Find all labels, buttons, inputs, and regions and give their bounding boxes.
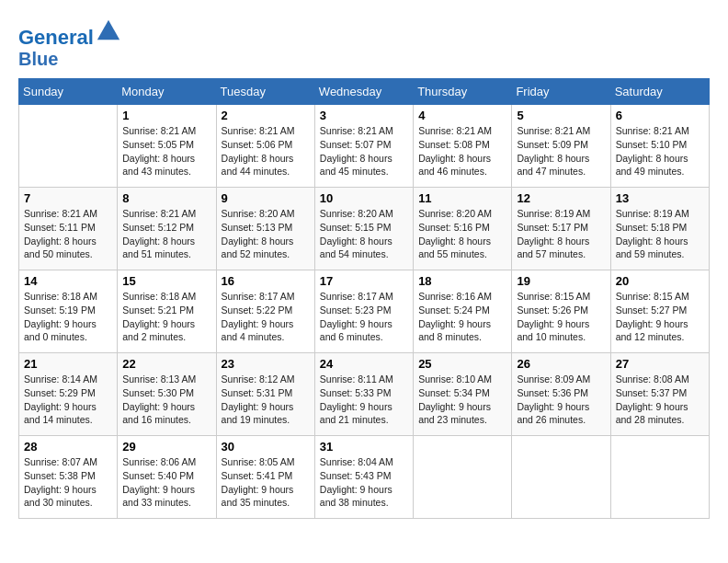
weekday-header-monday: Monday: [118, 79, 216, 105]
calendar-cell: [512, 436, 610, 519]
calendar-cell: 17Sunrise: 8:17 AMSunset: 5:23 PMDayligh…: [314, 270, 413, 353]
weekday-header-thursday: Thursday: [414, 79, 512, 105]
day-number: 22: [122, 357, 210, 371]
weekday-header-friday: Friday: [512, 79, 610, 105]
week-row-3: 14Sunrise: 8:18 AMSunset: 5:19 PMDayligh…: [19, 270, 710, 353]
day-info: Sunrise: 8:21 AMSunset: 5:11 PMDaylight:…: [24, 207, 112, 261]
logo: General Blue: [18, 18, 121, 69]
calendar-cell: 9Sunrise: 8:20 AMSunset: 5:13 PMDaylight…: [216, 188, 314, 270]
day-number: 1: [122, 109, 210, 122]
day-number: 16: [222, 274, 310, 288]
day-number: 9: [222, 191, 310, 205]
day-info: Sunrise: 8:19 AMSunset: 5:17 PMDaylight:…: [517, 207, 605, 261]
day-info: Sunrise: 8:18 AMSunset: 5:19 PMDaylight:…: [24, 290, 112, 344]
day-info: Sunrise: 8:17 AMSunset: 5:22 PMDaylight:…: [222, 290, 310, 344]
day-info: Sunrise: 8:21 AMSunset: 5:08 PMDaylight:…: [418, 124, 506, 178]
day-number: 20: [616, 274, 704, 288]
calendar-cell: 18Sunrise: 8:16 AMSunset: 5:24 PMDayligh…: [414, 270, 512, 353]
day-number: 6: [616, 109, 704, 122]
day-number: 17: [320, 274, 408, 288]
weekday-header-saturday: Saturday: [610, 79, 709, 105]
calendar-cell: 12Sunrise: 8:19 AMSunset: 5:17 PMDayligh…: [512, 188, 610, 270]
calendar-cell: 20Sunrise: 8:15 AMSunset: 5:27 PMDayligh…: [610, 270, 709, 353]
logo-icon: [96, 18, 121, 44]
day-info: Sunrise: 8:17 AMSunset: 5:23 PMDaylight:…: [320, 290, 408, 344]
day-number: 26: [517, 357, 605, 371]
day-info: Sunrise: 8:19 AMSunset: 5:18 PMDaylight:…: [616, 207, 704, 261]
day-info: Sunrise: 8:08 AMSunset: 5:37 PMDaylight:…: [616, 373, 704, 427]
day-number: 2: [222, 109, 310, 122]
day-info: Sunrise: 8:05 AMSunset: 5:41 PMDaylight:…: [222, 455, 310, 510]
calendar-cell: 22Sunrise: 8:13 AMSunset: 5:30 PMDayligh…: [118, 353, 216, 436]
day-info: Sunrise: 8:21 AMSunset: 5:07 PMDaylight:…: [320, 124, 408, 178]
calendar-table: SundayMondayTuesdayWednesdayThursdayFrid…: [18, 78, 710, 519]
day-info: Sunrise: 8:20 AMSunset: 5:16 PMDaylight:…: [418, 207, 506, 261]
calendar-cell: 30Sunrise: 8:05 AMSunset: 5:41 PMDayligh…: [216, 436, 314, 519]
day-info: Sunrise: 8:07 AMSunset: 5:38 PMDaylight:…: [24, 455, 112, 510]
logo-general: General: [18, 26, 94, 49]
page-header: General Blue: [18, 18, 710, 69]
calendar-cell: 31Sunrise: 8:04 AMSunset: 5:43 PMDayligh…: [314, 436, 413, 519]
day-info: Sunrise: 8:20 AMSunset: 5:15 PMDaylight:…: [320, 207, 408, 261]
week-row-2: 7Sunrise: 8:21 AMSunset: 5:11 PMDaylight…: [19, 188, 710, 270]
day-number: 15: [122, 274, 210, 288]
day-number: 31: [320, 440, 408, 454]
day-number: 13: [616, 191, 704, 205]
day-number: 21: [24, 357, 112, 371]
calendar-cell: 14Sunrise: 8:18 AMSunset: 5:19 PMDayligh…: [19, 270, 118, 353]
day-number: 23: [222, 357, 310, 371]
calendar-cell: 10Sunrise: 8:20 AMSunset: 5:15 PMDayligh…: [314, 188, 413, 270]
day-info: Sunrise: 8:15 AMSunset: 5:26 PMDaylight:…: [517, 290, 605, 344]
day-number: 18: [418, 274, 506, 288]
day-info: Sunrise: 8:21 AMSunset: 5:10 PMDaylight:…: [616, 124, 704, 178]
day-info: Sunrise: 8:21 AMSunset: 5:06 PMDaylight:…: [222, 124, 310, 178]
calendar-cell: 26Sunrise: 8:09 AMSunset: 5:36 PMDayligh…: [512, 353, 610, 436]
calendar-cell: 4Sunrise: 8:21 AMSunset: 5:08 PMDaylight…: [414, 105, 512, 188]
day-info: Sunrise: 8:21 AMSunset: 5:05 PMDaylight:…: [122, 124, 210, 178]
day-number: 25: [418, 357, 506, 371]
calendar-cell: 29Sunrise: 8:06 AMSunset: 5:40 PMDayligh…: [118, 436, 216, 519]
week-row-4: 21Sunrise: 8:14 AMSunset: 5:29 PMDayligh…: [19, 353, 710, 436]
day-info: Sunrise: 8:10 AMSunset: 5:34 PMDaylight:…: [418, 373, 506, 427]
calendar-cell: 19Sunrise: 8:15 AMSunset: 5:26 PMDayligh…: [512, 270, 610, 353]
calendar-cell: 15Sunrise: 8:18 AMSunset: 5:21 PMDayligh…: [118, 270, 216, 353]
day-info: Sunrise: 8:20 AMSunset: 5:13 PMDaylight:…: [222, 207, 310, 261]
day-info: Sunrise: 8:11 AMSunset: 5:33 PMDaylight:…: [320, 373, 408, 427]
day-info: Sunrise: 8:21 AMSunset: 5:09 PMDaylight:…: [517, 124, 605, 178]
day-info: Sunrise: 8:15 AMSunset: 5:27 PMDaylight:…: [616, 290, 704, 344]
day-number: 11: [418, 191, 506, 205]
day-number: 24: [320, 357, 408, 371]
day-info: Sunrise: 8:14 AMSunset: 5:29 PMDaylight:…: [24, 373, 112, 427]
day-number: 10: [320, 191, 408, 205]
day-info: Sunrise: 8:13 AMSunset: 5:30 PMDaylight:…: [122, 373, 210, 427]
day-info: Sunrise: 8:09 AMSunset: 5:36 PMDaylight:…: [517, 373, 605, 427]
week-row-5: 28Sunrise: 8:07 AMSunset: 5:38 PMDayligh…: [19, 436, 710, 519]
calendar-cell: 6Sunrise: 8:21 AMSunset: 5:10 PMDaylight…: [610, 105, 709, 188]
calendar-cell: 21Sunrise: 8:14 AMSunset: 5:29 PMDayligh…: [19, 353, 118, 436]
day-number: 29: [122, 440, 210, 454]
day-number: 8: [122, 191, 210, 205]
day-number: 3: [320, 109, 408, 122]
day-number: 27: [616, 357, 704, 371]
day-number: 7: [24, 191, 112, 205]
calendar-cell: 16Sunrise: 8:17 AMSunset: 5:22 PMDayligh…: [216, 270, 314, 353]
logo-text: General: [18, 18, 121, 49]
day-info: Sunrise: 8:12 AMSunset: 5:31 PMDaylight:…: [222, 373, 310, 427]
calendar-cell: 24Sunrise: 8:11 AMSunset: 5:33 PMDayligh…: [314, 353, 413, 436]
day-number: 5: [517, 109, 605, 122]
calendar-cell: 28Sunrise: 8:07 AMSunset: 5:38 PMDayligh…: [19, 436, 118, 519]
day-number: 30: [222, 440, 310, 454]
calendar-cell: 25Sunrise: 8:10 AMSunset: 5:34 PMDayligh…: [414, 353, 512, 436]
weekday-header-row: SundayMondayTuesdayWednesdayThursdayFrid…: [19, 79, 710, 105]
calendar-cell: 7Sunrise: 8:21 AMSunset: 5:11 PMDaylight…: [19, 188, 118, 270]
calendar-cell: 3Sunrise: 8:21 AMSunset: 5:07 PMDaylight…: [314, 105, 413, 188]
day-number: 12: [517, 191, 605, 205]
week-row-1: 1Sunrise: 8:21 AMSunset: 5:05 PMDaylight…: [19, 105, 710, 188]
calendar-cell: 8Sunrise: 8:21 AMSunset: 5:12 PMDaylight…: [118, 188, 216, 270]
day-info: Sunrise: 8:16 AMSunset: 5:24 PMDaylight:…: [418, 290, 506, 344]
day-number: 4: [418, 109, 506, 122]
calendar-cell: 13Sunrise: 8:19 AMSunset: 5:18 PMDayligh…: [610, 188, 709, 270]
svg-marker-0: [97, 20, 119, 40]
day-number: 14: [24, 274, 112, 288]
day-info: Sunrise: 8:06 AMSunset: 5:40 PMDaylight:…: [122, 455, 210, 510]
